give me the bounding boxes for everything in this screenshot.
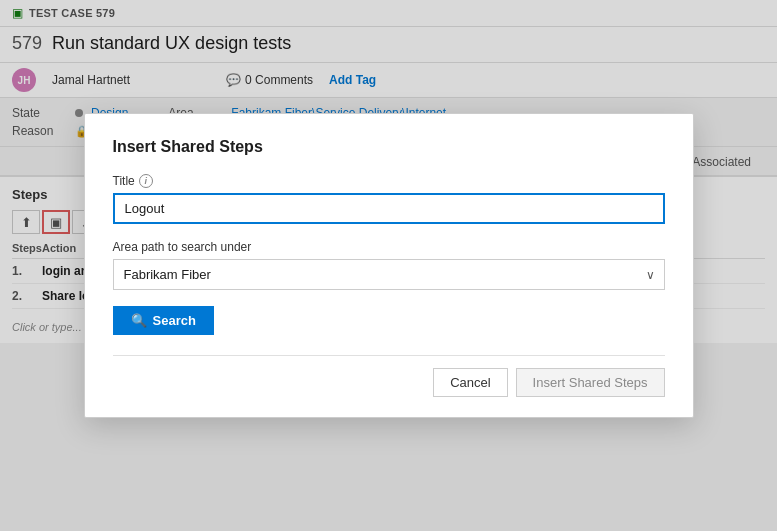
title-input[interactable] (113, 193, 665, 224)
search-button-label: Search (153, 313, 196, 328)
insert-shared-steps-button[interactable]: Insert Shared Steps (516, 368, 665, 397)
modal-footer: Cancel Insert Shared Steps (113, 355, 665, 397)
area-path-wrapper: Fabrikam Fiber ∨ (113, 259, 665, 290)
area-path-select[interactable]: Fabrikam Fiber (113, 259, 665, 290)
insert-shared-steps-modal: Insert Shared Steps Title i Area path to… (84, 113, 694, 418)
modal-title: Insert Shared Steps (113, 138, 665, 156)
title-field-label: Title i (113, 174, 665, 188)
search-icon: 🔍 (131, 313, 147, 328)
search-button[interactable]: 🔍 Search (113, 306, 214, 335)
info-icon: i (139, 174, 153, 188)
cancel-button[interactable]: Cancel (433, 368, 507, 397)
modal-overlay: Insert Shared Steps Title i Area path to… (0, 0, 777, 531)
area-select-label: Area path to search under (113, 240, 665, 254)
